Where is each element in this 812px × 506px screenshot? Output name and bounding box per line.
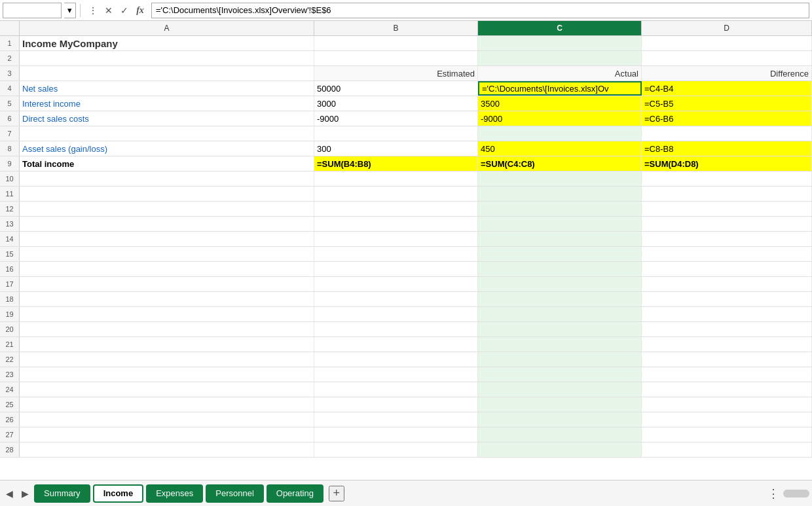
cell-b1[interactable] (314, 36, 478, 50)
cell-a18[interactable] (20, 292, 314, 306)
cell-b21[interactable] (314, 337, 478, 352)
cell-a21[interactable] (20, 337, 314, 352)
cell-c21[interactable] (478, 337, 642, 352)
cell-b13[interactable] (314, 217, 478, 231)
cell-b20[interactable] (314, 322, 478, 336)
cell-b25[interactable] (314, 397, 478, 412)
cell-d11[interactable] (642, 187, 812, 201)
cell-d28[interactable] (642, 443, 812, 457)
cell-a23[interactable] (20, 367, 314, 382)
cell-d9[interactable]: =SUM(D4:D8) (642, 156, 812, 171)
cell-a15[interactable] (20, 247, 314, 261)
cell-d18[interactable] (642, 292, 812, 306)
sheet-tab-summary[interactable]: Summary (34, 484, 90, 503)
cell-c20[interactable] (478, 322, 642, 336)
cell-d21[interactable] (642, 337, 812, 352)
cell-b6[interactable]: -9000 (314, 111, 478, 126)
cell-b5[interactable]: 3000 (314, 96, 478, 111)
cell-c16[interactable] (478, 262, 642, 276)
cell-c9[interactable]: =SUM(C4:C8) (478, 156, 642, 171)
col-header-c[interactable]: C (478, 21, 642, 35)
cell-a25[interactable] (20, 397, 314, 412)
cell-b14[interactable] (314, 232, 478, 246)
cell-d13[interactable] (642, 217, 812, 231)
tab-nav-prev[interactable]: ◀ (3, 487, 16, 500)
cell-d4[interactable]: =C4-B4 (642, 81, 812, 96)
cell-b28[interactable] (314, 443, 478, 457)
col-header-b[interactable]: B (314, 21, 478, 35)
col-header-d[interactable]: D (642, 21, 812, 35)
cell-b9[interactable]: =SUM(B4:B8) (314, 156, 478, 171)
cell-a28[interactable] (20, 443, 314, 457)
cell-b18[interactable] (314, 292, 478, 306)
cell-b19[interactable] (314, 307, 478, 321)
cell-b11[interactable] (314, 187, 478, 201)
cell-d22[interactable] (642, 352, 812, 367)
cell-c7[interactable] (478, 126, 642, 141)
cell-b16[interactable] (314, 262, 478, 276)
cell-d14[interactable] (642, 232, 812, 246)
sheet-tab-income[interactable]: Income (93, 484, 144, 503)
cell-a26[interactable] (20, 412, 314, 427)
cell-reference-box[interactable] (3, 3, 62, 18)
cell-c18[interactable] (478, 292, 642, 306)
more-options-icon[interactable]: ⋮ (87, 5, 99, 16)
cell-d1[interactable] (642, 36, 812, 50)
cell-a17[interactable] (20, 277, 314, 291)
cell-a7[interactable] (20, 126, 314, 141)
cell-c3[interactable]: Actual (478, 66, 642, 81)
cell-d3[interactable]: Difference (642, 66, 812, 81)
sheet-tab-personnel[interactable]: Personnel (206, 484, 264, 503)
cancel-icon[interactable]: ✕ (103, 5, 115, 16)
confirm-icon[interactable]: ✓ (119, 5, 130, 16)
cell-a8[interactable]: Asset sales (gain/loss) (20, 141, 314, 156)
cell-c8[interactable]: 450 (478, 141, 642, 156)
cell-a10[interactable] (20, 172, 314, 186)
cell-d19[interactable] (642, 307, 812, 321)
cell-b3[interactable]: Estimated (314, 66, 478, 81)
cell-a1[interactable]: Income MyCompany (20, 36, 314, 50)
cell-c28[interactable] (478, 443, 642, 457)
cell-c12[interactable] (478, 202, 642, 216)
cell-a22[interactable] (20, 352, 314, 367)
sheet-tab-expenses[interactable]: Expenses (146, 484, 203, 503)
cell-d15[interactable] (642, 247, 812, 261)
cell-a3[interactable] (20, 66, 314, 81)
cell-c14[interactable] (478, 232, 642, 246)
cell-a9[interactable]: Total income (20, 156, 314, 171)
formula-input[interactable] (151, 3, 809, 18)
cell-c27[interactable] (478, 427, 642, 442)
cell-b10[interactable] (314, 172, 478, 186)
cell-a19[interactable] (20, 307, 314, 321)
cell-b24[interactable] (314, 382, 478, 397)
cell-ref-dropdown[interactable]: ▾ (64, 3, 76, 18)
cell-c5[interactable]: 3500 (478, 96, 642, 111)
cell-c15[interactable] (478, 247, 642, 261)
cell-c23[interactable] (478, 367, 642, 382)
cell-b23[interactable] (314, 367, 478, 382)
cell-c19[interactable] (478, 307, 642, 321)
cell-d12[interactable] (642, 202, 812, 216)
cell-c4[interactable]: ='C:\Documents\[Invoices.xlsx]Ov (478, 81, 642, 96)
cell-a14[interactable] (20, 232, 314, 246)
cell-d25[interactable] (642, 397, 812, 412)
cell-a24[interactable] (20, 382, 314, 397)
cell-c26[interactable] (478, 412, 642, 427)
cell-c2[interactable] (478, 51, 642, 65)
cell-b7[interactable] (314, 126, 478, 141)
cell-b12[interactable] (314, 202, 478, 216)
tab-nav-next[interactable]: ▶ (18, 487, 31, 500)
cell-d5[interactable]: =C5-B5 (642, 96, 812, 111)
cell-a11[interactable] (20, 187, 314, 201)
cell-c22[interactable] (478, 352, 642, 367)
cell-a12[interactable] (20, 202, 314, 216)
cell-c6[interactable]: -9000 (478, 111, 642, 126)
cell-d6[interactable]: =C6-B6 (642, 111, 812, 126)
cell-d16[interactable] (642, 262, 812, 276)
cell-c13[interactable] (478, 217, 642, 231)
cell-d26[interactable] (642, 412, 812, 427)
cell-d24[interactable] (642, 382, 812, 397)
col-header-a[interactable]: A (20, 21, 314, 35)
cell-d17[interactable] (642, 277, 812, 291)
cell-a16[interactable] (20, 262, 314, 276)
